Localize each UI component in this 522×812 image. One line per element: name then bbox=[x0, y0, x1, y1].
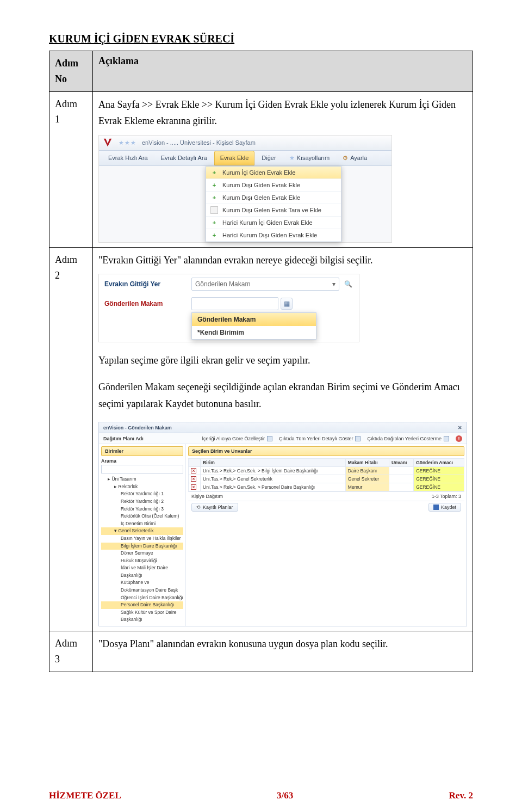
tree-gensek[interactable]: ▾ Genel Sekreterlik bbox=[101, 527, 183, 535]
tree-rektorluk[interactable]: ▸ Rektörlük bbox=[101, 483, 183, 491]
page-title: KURUM İÇİ GİDEN EVRAK SÜRECİ bbox=[49, 33, 473, 45]
chevron-down-icon: ▾ bbox=[332, 280, 335, 288]
evrak-ekle-dropdown: +Kurum İçi Giden Evrak Ekle +Kurum Dışı … bbox=[206, 166, 341, 242]
chk-tum-yerler[interactable]: Çıktıda Tüm Yerleri Detaylı Göster bbox=[279, 436, 361, 441]
tree-ry3[interactable]: Rektör Yardımcılığı 3 bbox=[101, 506, 183, 513]
tree-ry1[interactable]: Rektör Yardımcılığı 1 bbox=[101, 490, 183, 498]
tab-diger[interactable]: Diğer bbox=[256, 151, 282, 165]
table-row[interactable]: × Uni.Tas.> Rek.> Genel Sekreterlik Gene… bbox=[189, 475, 464, 483]
th-unvan: Unvanı bbox=[389, 459, 413, 467]
birimler-header: Birimler bbox=[101, 446, 183, 456]
tree-icd[interactable]: İç Denetim Birimi bbox=[101, 520, 183, 528]
selected-table: Birim Makam Hitabı Unvanı Gönderim Amacı… bbox=[188, 458, 464, 491]
tree-sksdb[interactable]: Sağlık Kültür ve Spor Daire Başkanlığı bbox=[101, 609, 183, 624]
chk-dagitilan[interactable]: Çıktıda Dağıtılan Yerleri Gösterme bbox=[367, 436, 449, 441]
label-dagitim-plani: Dağıtım Planı Adı bbox=[103, 436, 195, 441]
tree-ry2[interactable]: Rektör Yardımcılığı 2 bbox=[101, 498, 183, 506]
tab-ayarla[interactable]: ⚙Ayarla bbox=[337, 151, 373, 165]
col-header-step: Adım No bbox=[49, 51, 93, 92]
kisiye-dagitim-label: Kişiye Dağıtım bbox=[191, 494, 223, 499]
tab-kisayollarim[interactable]: ★Kısayollarım bbox=[283, 151, 336, 165]
tab-evrak-detayli-ara[interactable]: Evrak Detaylı Ara bbox=[155, 151, 213, 165]
tree-ofis[interactable]: Rektörlük Ofisi (Özel Kalem) bbox=[101, 513, 183, 520]
tree-bidb[interactable]: Bilgi İşlem Daire Başkanlığı bbox=[101, 543, 183, 550]
plus-icon: + bbox=[210, 194, 218, 201]
plus-icon: + bbox=[210, 169, 218, 176]
delete-icon[interactable]: × bbox=[191, 476, 196, 482]
th-amac: Gönderim Amacı bbox=[414, 459, 464, 467]
step-2-para1: Yapılan seçime göre ilgili ekran gelir v… bbox=[98, 352, 467, 369]
menu-kurum-disi-gelen[interactable]: +Kurum Dışı Gelen Evrak Ekle bbox=[206, 192, 341, 204]
warning-icon: ! bbox=[456, 435, 462, 442]
app-title: enVision - ..... Üniversitesi - Kişisel … bbox=[142, 139, 256, 146]
tree-byhi[interactable]: Basın Yayın ve Halkla İlişkiler bbox=[101, 535, 183, 543]
menu-harici-kurum-ici[interactable]: +Harici Kurum İçi Giden Evrak Ekle bbox=[206, 217, 341, 229]
secilen-header: Seçilen Birim ve Unvanlar bbox=[188, 446, 464, 456]
dropdown-gittigi-yer[interactable]: Gönderilen Makam ▾ bbox=[191, 278, 339, 291]
menu-kurum-disi-gelen-tara[interactable]: Kurum Dışı Gelen Evrak Tara ve Ekle bbox=[206, 204, 341, 217]
org-tree: ▸ Üni Tasarım ▸ Rektörlük Rektör Yardımc… bbox=[101, 476, 183, 624]
label-arama: Arama bbox=[101, 458, 183, 464]
tree-kddb[interactable]: Kütüphane ve Dokümantasyon Daire Başk bbox=[101, 579, 183, 594]
th-makam: Makam Hitabı bbox=[345, 459, 389, 467]
search-input[interactable] bbox=[101, 465, 183, 473]
step-2-label: Adım 2 bbox=[49, 247, 93, 631]
delete-icon[interactable]: × bbox=[191, 484, 196, 490]
label-gonderilen-makam: Gönderilen Makam bbox=[104, 300, 191, 307]
toplam-label: 1-3 Toplam: 3 bbox=[432, 494, 461, 499]
col-header-desc: Açıklama bbox=[93, 51, 473, 92]
tree-pdb[interactable]: Personel Daire Başkanlığı bbox=[101, 601, 183, 609]
th-birim: Birim bbox=[201, 459, 346, 467]
delete-icon[interactable]: × bbox=[191, 468, 196, 473]
kayitli-planlar-button[interactable]: ⟲Kayıtlı Planlar bbox=[191, 503, 238, 512]
tree-ds[interactable]: Döner Sermaye bbox=[101, 550, 183, 557]
screenshot-app-menu: ★★★ enVision - ..... Üniversitesi - Kişi… bbox=[98, 135, 392, 243]
tab-evrak-ekle[interactable]: Evrak Ekle bbox=[214, 151, 255, 165]
table-row[interactable]: × Uni.Tas.> Rek.> Gen.Sek. > Personel Da… bbox=[189, 483, 464, 491]
tree-imidb[interactable]: İdari ve Mali İşler Daire Başkanlığı bbox=[101, 564, 183, 579]
plus-icon: + bbox=[210, 219, 218, 226]
app-logo-icon bbox=[102, 137, 113, 148]
kaydet-button[interactable]: Kaydet bbox=[428, 503, 461, 512]
screenshot-gittigi-yer: Evrakın Gittiği Yer Gönderilen Makam ▾ 🔍… bbox=[98, 274, 359, 342]
label-evrakin-gittigi-yer: Evrakın Gittiği Yer bbox=[104, 280, 191, 288]
table-row[interactable]: × Uni.Tas.> Rek.> Gen.Sek. > Bilgi İşlem… bbox=[189, 467, 464, 475]
process-steps-table: Adım No Açıklama Adım 1 Ana Sayfa >> Evr… bbox=[49, 51, 473, 672]
option-gonderilen-makam[interactable]: Gönderilen Makam bbox=[192, 313, 316, 326]
screenshot-gonderilen-makam-dialog: enVision - Gönderilen Makam ✕ Dağıtım Pl… bbox=[98, 422, 467, 626]
inspect-icon[interactable]: 🔍 bbox=[343, 279, 353, 290]
plus-icon: + bbox=[210, 231, 218, 239]
tree-uni[interactable]: ▸ Üni Tasarım bbox=[101, 476, 183, 483]
close-icon[interactable]: ✕ bbox=[458, 425, 462, 430]
step-3-label: Adım 3 bbox=[49, 631, 93, 672]
step-2-intro: "Evrakın Gittiği Yer" alanından evrakın … bbox=[98, 252, 467, 269]
disk-icon bbox=[433, 505, 439, 510]
dialog-title: enVision - Gönderilen Makam bbox=[103, 425, 172, 430]
document-icon bbox=[210, 206, 218, 214]
menu-kurum-disi-giden[interactable]: +Kurum Dışı Giden Evrak Ekle bbox=[206, 179, 341, 192]
gear-icon: ⚙ bbox=[343, 155, 348, 162]
chk-icerik-ozel[interactable]: İçeriği Alıcıya Göre Özelleştir bbox=[202, 436, 272, 441]
gittigi-yer-options: Gönderilen Makam *Kendi Birimim bbox=[191, 312, 316, 340]
field-gonderilen-makam[interactable] bbox=[191, 297, 278, 310]
save-icon: ⟲ bbox=[196, 505, 201, 510]
menu-kurum-ici-giden[interactable]: +Kurum İçi Giden Evrak Ekle bbox=[206, 167, 341, 179]
plus-icon: + bbox=[210, 181, 218, 189]
option-kendi-birimim[interactable]: *Kendi Birimim bbox=[192, 326, 316, 339]
step-1-label: Adım 1 bbox=[49, 91, 93, 247]
tree-hm[interactable]: Hukuk Müşavirliği bbox=[101, 557, 183, 565]
favorites-stars-icon: ★★★ bbox=[119, 139, 136, 146]
menu-harici-kurum-disi[interactable]: +Harici Kurum Dışı Giden Evrak Ekle bbox=[206, 229, 341, 242]
tree-oidb[interactable]: Öğrenci İşleri Daire Başkanlığı bbox=[101, 594, 183, 602]
step-2-para2: Gönderilen Makam seçeneği seçildiğinde a… bbox=[98, 379, 467, 412]
step-1-desc: Ana Sayfa >> Evrak Ekle >> Kurum İçi Gid… bbox=[98, 96, 467, 130]
star-icon: ★ bbox=[289, 155, 295, 162]
detail-button[interactable]: ▦ bbox=[281, 298, 293, 310]
tab-evrak-hizli-ara[interactable]: Evrak Hızlı Ara bbox=[102, 151, 154, 165]
step-3-desc: "Dosya Planı" alanından evrakın konusuna… bbox=[98, 636, 467, 653]
